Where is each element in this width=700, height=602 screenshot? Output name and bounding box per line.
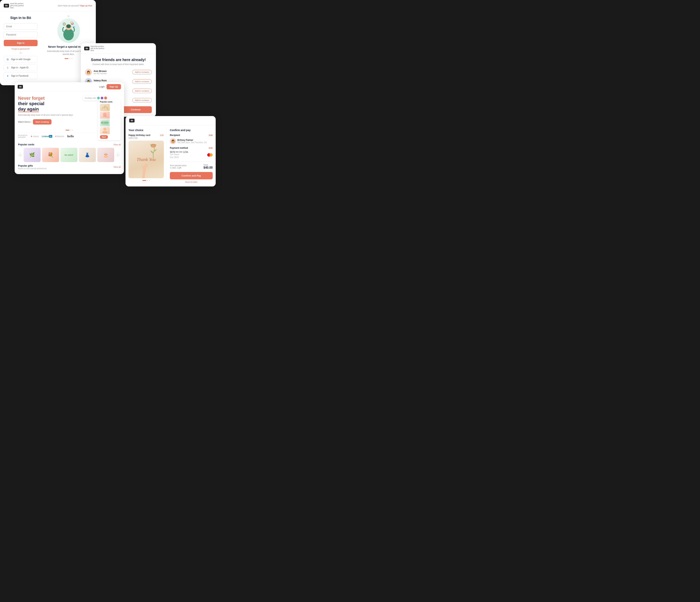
popular-cards-section: Popular cards View all ‹ 🌿 💐 be extra! 👗… [15, 141, 124, 162]
dot-3[interactable] [71, 58, 73, 59]
carousel-next[interactable]: › [116, 153, 120, 157]
avatar-ann: 👩 [85, 69, 92, 76]
checkout-dot-2[interactable] [147, 180, 148, 181]
card-holder: Tom Green [170, 153, 206, 155]
start-creating-button[interactable]: Start creating [33, 119, 51, 125]
logo-icon: Bö [4, 4, 9, 7]
edit-card-link[interactable]: Edit [160, 134, 164, 136]
svg-point-10 [103, 128, 106, 131]
dot-2[interactable] [69, 58, 71, 59]
edit-payment-link[interactable]: Edit [209, 147, 212, 149]
svg-point-2 [66, 24, 71, 28]
add-contact-valery[interactable]: Add to contacts [132, 79, 152, 84]
apple-signin-button[interactable]:  Sign in - Apple ID [4, 64, 38, 71]
color-pink[interactable] [104, 97, 107, 99]
next-button[interactable]: Next [100, 135, 108, 139]
svg-point-3 [63, 23, 66, 25]
carousel-card-2: 💐 [42, 148, 59, 162]
watch-demo-button[interactable]: Watch Demo [18, 120, 31, 123]
confirm-pay-button[interactable]: Confirm and Pay [170, 172, 212, 179]
signin-navbar: Bö Send the perfect gift at the perfect … [0, 0, 96, 11]
color-teal[interactable] [97, 97, 100, 99]
password-input[interactable] [4, 31, 38, 38]
svg-point-7 [103, 113, 107, 116]
add-contact-britney[interactable]: Add to contacts [132, 89, 152, 93]
or-divider: Or [4, 52, 38, 54]
logo-icon-4: Bö [129, 119, 134, 123]
popular-gifts-title: Popular gifts [18, 164, 47, 167]
brand-slack: ✦ slack [30, 135, 39, 138]
svg-point-0 [63, 28, 74, 41]
price-summary-label: Your present price [170, 164, 186, 166]
add-contact-caleb[interactable]: Add to contacts [132, 98, 152, 103]
card-price: USD 2.50 [128, 137, 164, 139]
mini-card-4 [100, 127, 110, 134]
landing-dot-1[interactable] [66, 130, 69, 131]
checkout-card: Bö Your choice Happy birthday card Edit … [125, 116, 216, 186]
dot-indicators [65, 58, 73, 59]
continue-button[interactable]: Continue [120, 106, 152, 113]
landing-card: Bö Login Sign Up Never forget their spec… [15, 82, 124, 174]
signin-button[interactable]: Sign in [4, 40, 38, 46]
brand-tagline: Send the perfect gift at the perfect tim… [10, 3, 25, 9]
email-input[interactable] [4, 23, 38, 30]
your-choice-title: Your choice [128, 129, 164, 132]
save-later-link[interactable]: Save for later [170, 181, 212, 183]
hero-desc: Automatically keep track of all your lov… [18, 113, 80, 116]
logo-icon-3: Bö [18, 85, 23, 89]
view-all-gifts-link[interactable]: View all [114, 166, 121, 168]
friends-subtitle: Connect with them to keep track of their… [85, 63, 152, 66]
slide-number: 01 [68, 15, 70, 17]
google-signin-button[interactable]: G Sign in with Google [4, 56, 38, 63]
forgot-password-link[interactable]: Forgot a password? [4, 48, 38, 50]
edit-recipient-link[interactable]: Edit [209, 134, 212, 136]
brand-sketch: ♥ Sketch [55, 135, 64, 137]
brand-hello: hello [67, 135, 74, 138]
friends-brand-logo: Bö Send the perfect gift at the perfect … [84, 46, 106, 51]
dot-1[interactable] [65, 58, 68, 59]
brand-linkedin: Linkedin [42, 135, 52, 137]
hero-heading-line2: their special [18, 101, 44, 106]
section-header-cards: Popular cards View all [18, 143, 121, 146]
mini-card-grid: be extra! [100, 104, 119, 134]
popular-cards-overlay: Popular cards be extra! Next [98, 99, 121, 140]
landing-dot-2[interactable] [70, 130, 71, 131]
price-count: 1 card, 1 gift [170, 166, 186, 169]
signup-button[interactable]: Sign Up [106, 84, 121, 89]
svg-point-13 [152, 145, 155, 148]
facebook-signin-button[interactable]: f Sign in Facebook [4, 73, 38, 79]
card-preview-image: Thank You [128, 141, 164, 178]
card-number: 5678 •••• •••• 1234 [170, 151, 206, 153]
hero-text: Never forget their special day again Aut… [18, 96, 80, 126]
friends-tagline: Send the perfect gift at the perfect tim… [91, 46, 106, 51]
view-all-cards-link[interactable]: View all [114, 143, 121, 146]
friend-row-ann: 👩 Ann Brown ★★ Bö member Add to contacts [85, 69, 152, 76]
checkout-dots [128, 178, 164, 182]
section-header-gifts: Popular gifts Based on your friends pref… [18, 164, 121, 169]
hero-heading-line3: day again [18, 106, 39, 112]
payment-section-label: Payment method Edit [170, 147, 212, 149]
checkout-navbar: Bö [125, 116, 216, 125]
choice-label: Happy birthday card Edit [128, 134, 164, 136]
recipient-address: 456 Dark Spun, San Francisco, CA [177, 141, 207, 143]
mastercard-icon [207, 153, 212, 157]
carousel-prev[interactable]: ‹ [18, 153, 22, 157]
landing-dot-3[interactable] [72, 130, 73, 131]
recipient-name: Britney Palmer [177, 139, 207, 141]
signup-free-link[interactable]: Sign up free [80, 4, 92, 7]
popular-cards-overlay-label: Popular cards [100, 101, 119, 103]
checkout-dot-3[interactable] [149, 180, 150, 181]
apple-icon:  [6, 66, 9, 69]
hero-ctas: Watch Demo Start creating [18, 119, 80, 125]
friends-title: Some friends are here already! [85, 58, 152, 62]
card-expiry: Exp: 09/25 [170, 156, 206, 158]
friend-meta-ann: ★★ Bö member [94, 73, 130, 75]
carousel-card-5: 🎂 [97, 148, 114, 162]
checkout-dot-1[interactable] [143, 180, 146, 181]
add-contact-ann[interactable]: Add to contacts [132, 70, 152, 74]
color-purple[interactable] [101, 97, 103, 99]
landing-brand-logo: Bö [18, 85, 23, 89]
login-button[interactable]: Login [99, 85, 104, 88]
landing-hero: Never forget their special day again Aut… [15, 91, 124, 129]
popular-cards-title: Popular cards [18, 143, 34, 146]
